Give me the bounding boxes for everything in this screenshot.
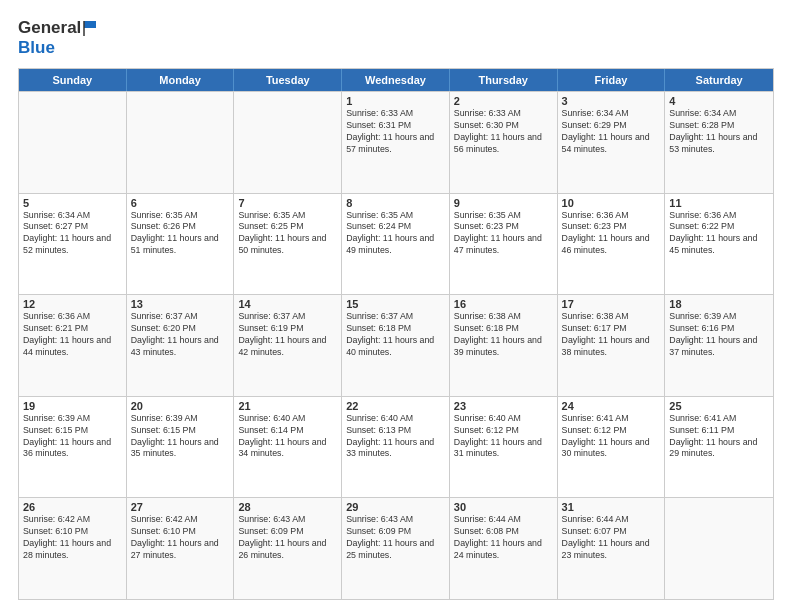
calendar-cell: 7Sunrise: 6:35 AM Sunset: 6:25 PM Daylig… bbox=[234, 194, 342, 295]
cell-info: Sunrise: 6:43 AM Sunset: 6:09 PM Dayligh… bbox=[346, 514, 445, 562]
day-number: 24 bbox=[562, 400, 661, 412]
day-number: 30 bbox=[454, 501, 553, 513]
day-number: 18 bbox=[669, 298, 769, 310]
cell-info: Sunrise: 6:39 AM Sunset: 6:15 PM Dayligh… bbox=[131, 413, 230, 461]
calendar-cell: 29Sunrise: 6:43 AM Sunset: 6:09 PM Dayli… bbox=[342, 498, 450, 599]
day-number: 31 bbox=[562, 501, 661, 513]
calendar-cell: 14Sunrise: 6:37 AM Sunset: 6:19 PM Dayli… bbox=[234, 295, 342, 396]
cell-info: Sunrise: 6:43 AM Sunset: 6:09 PM Dayligh… bbox=[238, 514, 337, 562]
calendar-cell: 1Sunrise: 6:33 AM Sunset: 6:31 PM Daylig… bbox=[342, 92, 450, 193]
calendar-cell bbox=[234, 92, 342, 193]
cell-info: Sunrise: 6:34 AM Sunset: 6:29 PM Dayligh… bbox=[562, 108, 661, 156]
weekday-header: Tuesday bbox=[234, 69, 342, 91]
day-number: 20 bbox=[131, 400, 230, 412]
logo-general: General bbox=[18, 18, 81, 38]
calendar-cell: 10Sunrise: 6:36 AM Sunset: 6:23 PM Dayli… bbox=[558, 194, 666, 295]
cell-info: Sunrise: 6:40 AM Sunset: 6:14 PM Dayligh… bbox=[238, 413, 337, 461]
calendar-body: 1Sunrise: 6:33 AM Sunset: 6:31 PM Daylig… bbox=[19, 91, 773, 599]
cell-info: Sunrise: 6:38 AM Sunset: 6:17 PM Dayligh… bbox=[562, 311, 661, 359]
calendar-cell: 15Sunrise: 6:37 AM Sunset: 6:18 PM Dayli… bbox=[342, 295, 450, 396]
calendar-cell: 19Sunrise: 6:39 AM Sunset: 6:15 PM Dayli… bbox=[19, 397, 127, 498]
calendar-cell: 5Sunrise: 6:34 AM Sunset: 6:27 PM Daylig… bbox=[19, 194, 127, 295]
calendar-cell: 16Sunrise: 6:38 AM Sunset: 6:18 PM Dayli… bbox=[450, 295, 558, 396]
day-number: 7 bbox=[238, 197, 337, 209]
day-number: 27 bbox=[131, 501, 230, 513]
day-number: 6 bbox=[131, 197, 230, 209]
weekday-header: Thursday bbox=[450, 69, 558, 91]
calendar-cell: 20Sunrise: 6:39 AM Sunset: 6:15 PM Dayli… bbox=[127, 397, 235, 498]
calendar-cell bbox=[665, 498, 773, 599]
cell-info: Sunrise: 6:42 AM Sunset: 6:10 PM Dayligh… bbox=[23, 514, 122, 562]
day-number: 1 bbox=[346, 95, 445, 107]
cell-info: Sunrise: 6:37 AM Sunset: 6:20 PM Dayligh… bbox=[131, 311, 230, 359]
day-number: 16 bbox=[454, 298, 553, 310]
calendar-cell: 11Sunrise: 6:36 AM Sunset: 6:22 PM Dayli… bbox=[665, 194, 773, 295]
day-number: 2 bbox=[454, 95, 553, 107]
calendar-row: 26Sunrise: 6:42 AM Sunset: 6:10 PM Dayli… bbox=[19, 497, 773, 599]
calendar-cell: 17Sunrise: 6:38 AM Sunset: 6:17 PM Dayli… bbox=[558, 295, 666, 396]
weekday-header: Monday bbox=[127, 69, 235, 91]
day-number: 19 bbox=[23, 400, 122, 412]
calendar-cell bbox=[19, 92, 127, 193]
logo-flag-icon bbox=[82, 18, 102, 38]
cell-info: Sunrise: 6:36 AM Sunset: 6:23 PM Dayligh… bbox=[562, 210, 661, 258]
cell-info: Sunrise: 6:36 AM Sunset: 6:22 PM Dayligh… bbox=[669, 210, 769, 258]
calendar-cell: 3Sunrise: 6:34 AM Sunset: 6:29 PM Daylig… bbox=[558, 92, 666, 193]
calendar-cell: 4Sunrise: 6:34 AM Sunset: 6:28 PM Daylig… bbox=[665, 92, 773, 193]
cell-info: Sunrise: 6:39 AM Sunset: 6:15 PM Dayligh… bbox=[23, 413, 122, 461]
cell-info: Sunrise: 6:35 AM Sunset: 6:23 PM Dayligh… bbox=[454, 210, 553, 258]
day-number: 17 bbox=[562, 298, 661, 310]
header: General Blue bbox=[18, 18, 774, 58]
cell-info: Sunrise: 6:36 AM Sunset: 6:21 PM Dayligh… bbox=[23, 311, 122, 359]
day-number: 29 bbox=[346, 501, 445, 513]
calendar-cell: 30Sunrise: 6:44 AM Sunset: 6:08 PM Dayli… bbox=[450, 498, 558, 599]
calendar-cell: 21Sunrise: 6:40 AM Sunset: 6:14 PM Dayli… bbox=[234, 397, 342, 498]
day-number: 5 bbox=[23, 197, 122, 209]
calendar-cell: 2Sunrise: 6:33 AM Sunset: 6:30 PM Daylig… bbox=[450, 92, 558, 193]
calendar-row: 19Sunrise: 6:39 AM Sunset: 6:15 PM Dayli… bbox=[19, 396, 773, 498]
cell-info: Sunrise: 6:37 AM Sunset: 6:18 PM Dayligh… bbox=[346, 311, 445, 359]
calendar-cell: 22Sunrise: 6:40 AM Sunset: 6:13 PM Dayli… bbox=[342, 397, 450, 498]
cell-info: Sunrise: 6:35 AM Sunset: 6:24 PM Dayligh… bbox=[346, 210, 445, 258]
logo: General Blue bbox=[18, 18, 102, 58]
day-number: 13 bbox=[131, 298, 230, 310]
cell-info: Sunrise: 6:33 AM Sunset: 6:30 PM Dayligh… bbox=[454, 108, 553, 156]
day-number: 9 bbox=[454, 197, 553, 209]
cell-info: Sunrise: 6:39 AM Sunset: 6:16 PM Dayligh… bbox=[669, 311, 769, 359]
day-number: 15 bbox=[346, 298, 445, 310]
day-number: 3 bbox=[562, 95, 661, 107]
calendar-row: 5Sunrise: 6:34 AM Sunset: 6:27 PM Daylig… bbox=[19, 193, 773, 295]
calendar-cell: 9Sunrise: 6:35 AM Sunset: 6:23 PM Daylig… bbox=[450, 194, 558, 295]
calendar: SundayMondayTuesdayWednesdayThursdayFrid… bbox=[18, 68, 774, 600]
cell-info: Sunrise: 6:44 AM Sunset: 6:07 PM Dayligh… bbox=[562, 514, 661, 562]
day-number: 12 bbox=[23, 298, 122, 310]
day-number: 21 bbox=[238, 400, 337, 412]
calendar-header-row: SundayMondayTuesdayWednesdayThursdayFrid… bbox=[19, 69, 773, 91]
svg-marker-0 bbox=[84, 21, 96, 28]
logo-blue: Blue bbox=[18, 38, 55, 58]
calendar-cell: 24Sunrise: 6:41 AM Sunset: 6:12 PM Dayli… bbox=[558, 397, 666, 498]
weekday-header: Wednesday bbox=[342, 69, 450, 91]
day-number: 22 bbox=[346, 400, 445, 412]
cell-info: Sunrise: 6:37 AM Sunset: 6:19 PM Dayligh… bbox=[238, 311, 337, 359]
calendar-cell: 28Sunrise: 6:43 AM Sunset: 6:09 PM Dayli… bbox=[234, 498, 342, 599]
calendar-row: 1Sunrise: 6:33 AM Sunset: 6:31 PM Daylig… bbox=[19, 91, 773, 193]
cell-info: Sunrise: 6:33 AM Sunset: 6:31 PM Dayligh… bbox=[346, 108, 445, 156]
day-number: 28 bbox=[238, 501, 337, 513]
calendar-cell: 18Sunrise: 6:39 AM Sunset: 6:16 PM Dayli… bbox=[665, 295, 773, 396]
day-number: 25 bbox=[669, 400, 769, 412]
calendar-cell: 31Sunrise: 6:44 AM Sunset: 6:07 PM Dayli… bbox=[558, 498, 666, 599]
calendar-cell: 23Sunrise: 6:40 AM Sunset: 6:12 PM Dayli… bbox=[450, 397, 558, 498]
calendar-cell: 25Sunrise: 6:41 AM Sunset: 6:11 PM Dayli… bbox=[665, 397, 773, 498]
cell-info: Sunrise: 6:41 AM Sunset: 6:11 PM Dayligh… bbox=[669, 413, 769, 461]
weekday-header: Sunday bbox=[19, 69, 127, 91]
day-number: 8 bbox=[346, 197, 445, 209]
cell-info: Sunrise: 6:40 AM Sunset: 6:12 PM Dayligh… bbox=[454, 413, 553, 461]
calendar-cell: 27Sunrise: 6:42 AM Sunset: 6:10 PM Dayli… bbox=[127, 498, 235, 599]
cell-info: Sunrise: 6:42 AM Sunset: 6:10 PM Dayligh… bbox=[131, 514, 230, 562]
calendar-cell: 8Sunrise: 6:35 AM Sunset: 6:24 PM Daylig… bbox=[342, 194, 450, 295]
cell-info: Sunrise: 6:41 AM Sunset: 6:12 PM Dayligh… bbox=[562, 413, 661, 461]
day-number: 14 bbox=[238, 298, 337, 310]
calendar-row: 12Sunrise: 6:36 AM Sunset: 6:21 PM Dayli… bbox=[19, 294, 773, 396]
day-number: 23 bbox=[454, 400, 553, 412]
